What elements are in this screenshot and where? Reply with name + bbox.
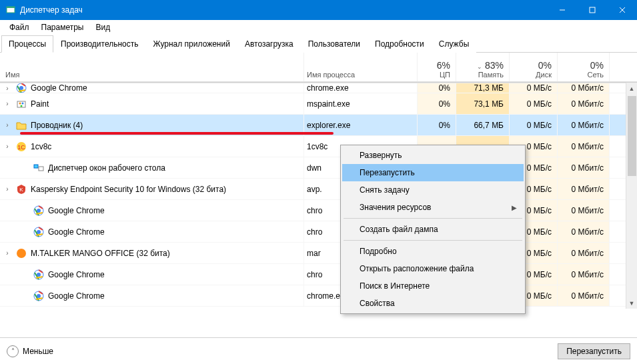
tab-3[interactable]: Автозагрузка xyxy=(237,35,301,53)
context-menu-item[interactable]: Значения ресурсов▶ xyxy=(342,199,524,216)
context-menu-item[interactable]: Развернуть xyxy=(342,147,524,164)
chrome-icon xyxy=(33,291,44,301)
cell-mem: 66,7 МБ xyxy=(456,115,510,135)
cell-net: 0 Мбит/с xyxy=(558,136,610,157)
chrome-icon xyxy=(33,205,44,216)
process-name: Диспетчер окон рабочего стола xyxy=(48,163,165,173)
svg-point-9 xyxy=(19,102,21,104)
table-row[interactable]: ›Диспетчер окон рабочего столаdwn0 МБ/с0… xyxy=(0,157,637,179)
col-disk[interactable]: 0%Диск xyxy=(510,53,558,81)
cell-cpu: 0% xyxy=(418,83,456,93)
table-row[interactable]: ›Google Chromechro0 МБ/с0 Мбит/с xyxy=(0,264,637,285)
context-menu-item[interactable]: Создать файл дампа xyxy=(342,221,524,238)
expand-icon[interactable]: › xyxy=(3,121,12,129)
tab-4[interactable]: Пользователи xyxy=(301,35,368,53)
annotation-underline xyxy=(20,132,334,135)
mango-icon xyxy=(16,248,27,259)
context-menu-item[interactable]: Поиск в Интернете xyxy=(342,277,524,295)
table-row[interactable]: ›Paintmspaint.exe0%73,1 МБ0 МБ/с0 Мбит/с xyxy=(0,93,637,115)
minimize-button[interactable] xyxy=(547,0,577,20)
context-menu-item[interactable]: Свойства xyxy=(342,295,524,312)
cell-net: 0 Мбит/с xyxy=(558,285,610,306)
table-row[interactable]: ›1C1cv8c1cv8c0 МБ/с0 Мбит/с xyxy=(0,136,637,157)
cell-disk: 0 МБ/с xyxy=(510,83,558,93)
expand-icon[interactable]: › xyxy=(3,185,12,193)
scroll-up-icon[interactable]: ▲ xyxy=(626,83,637,94)
cell-net: 0 Мбит/с xyxy=(558,115,610,135)
maximize-button[interactable] xyxy=(577,0,607,20)
process-name: Google Chrome xyxy=(48,291,105,301)
footer: ˄ Меньше Перезапустить xyxy=(0,337,637,364)
context-menu-item[interactable]: Перезапустить xyxy=(342,164,524,181)
table-row[interactable]: ›Google Chromechrome.exe0%28,0 МБ0 МБ/с0… xyxy=(0,285,637,307)
column-headers: Имя Имя процесса 6%ЦП ⌄83%Память 0%Диск … xyxy=(0,53,637,82)
fewer-details-button[interactable]: ˄ Меньше xyxy=(7,345,53,357)
tab-1[interactable]: Производительность xyxy=(53,35,145,53)
expand-icon[interactable]: › xyxy=(3,100,12,107)
col-name[interactable]: Имя xyxy=(0,53,304,81)
tab-5[interactable]: Подробности xyxy=(368,35,432,53)
svg-point-21 xyxy=(17,249,26,258)
process-name: M.TALKER MANGO OFFICE (32 бита) xyxy=(31,249,170,258)
table-row[interactable]: ›Google Chromechro0 МБ/с0 Мбит/с xyxy=(0,221,637,243)
expand-icon[interactable]: › xyxy=(3,143,12,150)
process-name: 1cv8c xyxy=(31,142,51,151)
col-process[interactable]: Имя процесса xyxy=(304,53,418,81)
menu-file[interactable]: Файл xyxy=(4,21,35,33)
explorer-icon xyxy=(16,120,27,131)
scrollbar[interactable]: ▲ ▼ xyxy=(626,83,637,309)
svg-rect-3 xyxy=(590,7,595,13)
svg-point-10 xyxy=(22,102,24,104)
expand-icon[interactable]: › xyxy=(3,249,12,257)
context-menu-item[interactable]: Открыть расположение файла xyxy=(342,260,524,277)
cell-net: 0 Мбит/с xyxy=(558,200,610,221)
col-network[interactable]: 0%Сеть xyxy=(558,53,610,81)
scroll-down-icon[interactable]: ▼ xyxy=(626,297,637,309)
close-button[interactable] xyxy=(607,0,637,20)
table-row[interactable]: ›Google Chromechrome.exe0%71,3 МБ0 МБ/с0… xyxy=(0,83,637,93)
svg-rect-14 xyxy=(34,165,38,168)
table-row[interactable]: ›KKaspersky Endpoint Security 10 for Win… xyxy=(0,179,637,200)
window-title: Диспетчер задач xyxy=(20,5,547,15)
menu-options[interactable]: Параметры xyxy=(36,21,89,33)
tab-0[interactable]: Процессы xyxy=(1,35,53,53)
context-menu: РазвернутьПерезапуститьСнять задачуЗначе… xyxy=(340,145,526,314)
cell-net: 0 Мбит/с xyxy=(558,264,610,285)
svg-point-11 xyxy=(21,105,23,107)
cell-mem: 73,1 МБ xyxy=(456,93,510,114)
sort-indicator-icon: ⌄ xyxy=(477,63,482,70)
col-cpu[interactable]: 6%ЦП xyxy=(418,53,456,81)
submenu-arrow-icon: ▶ xyxy=(512,204,517,211)
svg-rect-1 xyxy=(7,7,15,8)
expand-icon[interactable]: › xyxy=(3,85,12,92)
table-row[interactable]: ›Google Chromechro0 МБ/с0 Мбит/с xyxy=(0,200,637,221)
context-menu-item[interactable]: Подробно xyxy=(342,243,524,260)
restart-button[interactable]: Перезапустить xyxy=(558,343,630,359)
cell-net: 0 Мбит/с xyxy=(558,179,610,199)
tab-2[interactable]: Журнал приложений xyxy=(146,35,237,53)
context-menu-item[interactable]: Снять задачу xyxy=(342,181,524,199)
menu-separator xyxy=(344,240,522,241)
table-row[interactable]: ›M.TALKER MANGO OFFICE (32 бита)mar0 МБ/… xyxy=(0,243,637,264)
tab-6[interactable]: Службы xyxy=(432,35,476,53)
app-icon xyxy=(5,5,16,15)
cell-net: 0 Мбит/с xyxy=(558,83,610,93)
dwm-icon xyxy=(33,163,44,173)
cell-disk: 0 МБ/с xyxy=(510,115,558,135)
1c-icon: 1C xyxy=(16,141,27,152)
menubar: Файл Параметры Вид xyxy=(0,20,637,35)
cell-net: 0 Мбит/с xyxy=(558,93,610,114)
titlebar: Диспетчер задач xyxy=(0,0,637,20)
menu-separator xyxy=(344,218,522,219)
col-memory[interactable]: ⌄83%Память xyxy=(456,53,510,81)
cell-proc: chrome.exe xyxy=(304,83,418,93)
scrollbar-thumb[interactable] xyxy=(628,96,636,176)
menu-view[interactable]: Вид xyxy=(90,21,115,33)
process-name: Google Chrome xyxy=(31,83,87,93)
process-name: Kaspersky Endpoint Security 10 for Windo… xyxy=(31,185,226,194)
cell-mem: 71,3 МБ xyxy=(456,83,510,93)
svg-text:1C: 1C xyxy=(17,144,25,151)
process-list: ›Google Chromechrome.exe0%71,3 МБ0 МБ/с0… xyxy=(0,82,637,309)
svg-text:K: K xyxy=(19,187,23,193)
cell-cpu: 0% xyxy=(418,115,456,135)
